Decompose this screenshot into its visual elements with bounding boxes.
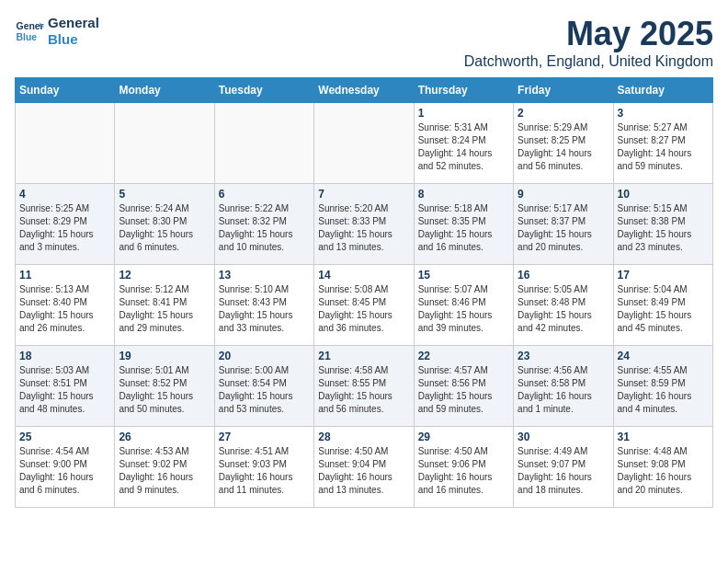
day-number: 7 — [318, 188, 409, 201]
day-number: 30 — [518, 431, 609, 443]
calendar-cell: 17Sunrise: 5:04 AM Sunset: 8:49 PM Dayli… — [613, 265, 712, 346]
calendar-week-row: 18Sunrise: 5:03 AM Sunset: 8:51 PM Dayli… — [16, 346, 713, 427]
day-info: Sunrise: 5:03 AM Sunset: 8:51 PM Dayligh… — [19, 364, 110, 416]
calendar-cell: 11Sunrise: 5:13 AM Sunset: 8:40 PM Dayli… — [16, 265, 115, 346]
calendar-cell: 27Sunrise: 4:51 AM Sunset: 9:03 PM Dayli… — [214, 427, 313, 508]
day-info: Sunrise: 5:12 AM Sunset: 8:41 PM Dayligh… — [119, 283, 210, 335]
day-info: Sunrise: 5:08 AM Sunset: 8:45 PM Dayligh… — [318, 283, 409, 335]
calendar-cell: 19Sunrise: 5:01 AM Sunset: 8:52 PM Dayli… — [115, 346, 214, 427]
calendar-cell: 8Sunrise: 5:18 AM Sunset: 8:35 PM Daylig… — [414, 184, 513, 265]
calendar-cell: 29Sunrise: 4:50 AM Sunset: 9:06 PM Dayli… — [414, 427, 513, 508]
weekday-header: Tuesday — [214, 78, 313, 103]
weekday-header: Wednesday — [314, 78, 414, 103]
day-info: Sunrise: 5:15 AM Sunset: 8:38 PM Dayligh… — [618, 202, 709, 254]
day-number: 18 — [19, 350, 110, 362]
day-info: Sunrise: 5:01 AM Sunset: 8:52 PM Dayligh… — [119, 364, 210, 416]
page-header: General Blue General Blue May 2025 Datch… — [15, 15, 713, 70]
day-info: Sunrise: 5:31 AM Sunset: 8:24 PM Dayligh… — [418, 121, 509, 173]
day-info: Sunrise: 4:55 AM Sunset: 8:59 PM Dayligh… — [618, 364, 709, 416]
calendar-cell: 23Sunrise: 4:56 AM Sunset: 8:58 PM Dayli… — [514, 346, 613, 427]
day-info: Sunrise: 5:24 AM Sunset: 8:30 PM Dayligh… — [119, 202, 210, 254]
calendar-cell — [314, 103, 414, 184]
logo-general: General — [48, 15, 99, 31]
day-info: Sunrise: 4:50 AM Sunset: 9:04 PM Dayligh… — [318, 445, 409, 497]
calendar-cell: 13Sunrise: 5:10 AM Sunset: 8:43 PM Dayli… — [214, 265, 313, 346]
day-info: Sunrise: 4:57 AM Sunset: 8:56 PM Dayligh… — [418, 364, 509, 416]
day-info: Sunrise: 4:51 AM Sunset: 9:03 PM Dayligh… — [219, 445, 310, 497]
day-number: 8 — [418, 188, 509, 201]
calendar-cell: 7Sunrise: 5:20 AM Sunset: 8:33 PM Daylig… — [314, 184, 414, 265]
calendar-cell: 2Sunrise: 5:29 AM Sunset: 8:25 PM Daylig… — [514, 103, 613, 184]
calendar-week-row: 25Sunrise: 4:54 AM Sunset: 9:00 PM Dayli… — [16, 427, 713, 508]
day-number: 15 — [418, 269, 509, 282]
day-number: 10 — [618, 188, 709, 201]
calendar-cell: 20Sunrise: 5:00 AM Sunset: 8:54 PM Dayli… — [214, 346, 313, 427]
calendar-subtitle: Datchworth, England, United Kingdom — [464, 53, 713, 70]
day-number: 22 — [418, 350, 509, 362]
title-block: May 2025 Datchworth, England, United Kin… — [464, 15, 713, 70]
calendar-cell: 21Sunrise: 4:58 AM Sunset: 8:55 PM Dayli… — [314, 346, 414, 427]
day-info: Sunrise: 5:07 AM Sunset: 8:46 PM Dayligh… — [418, 283, 509, 335]
calendar-cell: 24Sunrise: 4:55 AM Sunset: 8:59 PM Dayli… — [613, 346, 712, 427]
day-info: Sunrise: 4:49 AM Sunset: 9:07 PM Dayligh… — [518, 445, 609, 497]
weekday-header: Monday — [115, 78, 214, 103]
day-info: Sunrise: 5:29 AM Sunset: 8:25 PM Dayligh… — [518, 121, 609, 173]
day-info: Sunrise: 5:05 AM Sunset: 8:48 PM Dayligh… — [518, 283, 609, 335]
calendar-cell — [214, 103, 313, 184]
day-info: Sunrise: 5:22 AM Sunset: 8:32 PM Dayligh… — [219, 202, 310, 254]
day-number: 25 — [19, 431, 110, 443]
day-number: 31 — [618, 431, 709, 443]
day-number: 24 — [618, 350, 709, 362]
weekday-header: Saturday — [613, 78, 712, 103]
calendar-cell: 18Sunrise: 5:03 AM Sunset: 8:51 PM Dayli… — [16, 346, 115, 427]
calendar-cell: 3Sunrise: 5:27 AM Sunset: 8:27 PM Daylig… — [613, 103, 712, 184]
calendar-body: 1Sunrise: 5:31 AM Sunset: 8:24 PM Daylig… — [16, 103, 713, 508]
day-info: Sunrise: 5:27 AM Sunset: 8:27 PM Dayligh… — [618, 121, 709, 173]
day-number: 20 — [219, 350, 310, 362]
calendar-week-row: 1Sunrise: 5:31 AM Sunset: 8:24 PM Daylig… — [16, 103, 713, 184]
day-info: Sunrise: 4:53 AM Sunset: 9:02 PM Dayligh… — [119, 445, 210, 497]
day-number: 4 — [19, 188, 110, 201]
day-info: Sunrise: 5:00 AM Sunset: 8:54 PM Dayligh… — [219, 364, 310, 416]
day-info: Sunrise: 4:56 AM Sunset: 8:58 PM Dayligh… — [518, 364, 609, 416]
calendar-cell: 1Sunrise: 5:31 AM Sunset: 8:24 PM Daylig… — [414, 103, 513, 184]
calendar-cell: 26Sunrise: 4:53 AM Sunset: 9:02 PM Dayli… — [115, 427, 214, 508]
calendar-cell: 10Sunrise: 5:15 AM Sunset: 8:38 PM Dayli… — [613, 184, 712, 265]
calendar-week-row: 4Sunrise: 5:25 AM Sunset: 8:29 PM Daylig… — [16, 184, 713, 265]
weekday-header: Thursday — [414, 78, 513, 103]
day-info: Sunrise: 5:18 AM Sunset: 8:35 PM Dayligh… — [418, 202, 509, 254]
day-number: 19 — [119, 350, 210, 362]
calendar-cell: 30Sunrise: 4:49 AM Sunset: 9:07 PM Dayli… — [514, 427, 613, 508]
calendar-table: SundayMondayTuesdayWednesdayThursdayFrid… — [15, 77, 713, 508]
day-number: 27 — [219, 431, 310, 443]
day-number: 6 — [219, 188, 310, 201]
calendar-title: May 2025 — [464, 15, 713, 53]
day-number: 21 — [318, 350, 409, 362]
day-number: 9 — [518, 188, 609, 201]
logo-blue: Blue — [48, 31, 99, 48]
day-number: 5 — [119, 188, 210, 201]
weekday-header: Friday — [514, 78, 613, 103]
day-info: Sunrise: 4:50 AM Sunset: 9:06 PM Dayligh… — [418, 445, 509, 497]
weekday-row: SundayMondayTuesdayWednesdayThursdayFrid… — [16, 78, 713, 103]
day-number: 2 — [518, 107, 609, 120]
calendar-cell — [115, 103, 214, 184]
day-info: Sunrise: 5:17 AM Sunset: 8:37 PM Dayligh… — [518, 202, 609, 254]
logo-icon: General Blue — [15, 17, 44, 46]
day-number: 3 — [618, 107, 709, 120]
day-number: 11 — [19, 269, 110, 282]
day-number: 1 — [418, 107, 509, 120]
day-number: 28 — [318, 431, 409, 443]
calendar-cell: 9Sunrise: 5:17 AM Sunset: 8:37 PM Daylig… — [514, 184, 613, 265]
calendar-cell: 5Sunrise: 5:24 AM Sunset: 8:30 PM Daylig… — [115, 184, 214, 265]
calendar-cell: 6Sunrise: 5:22 AM Sunset: 8:32 PM Daylig… — [214, 184, 313, 265]
day-info: Sunrise: 4:48 AM Sunset: 9:08 PM Dayligh… — [618, 445, 709, 497]
day-info: Sunrise: 4:54 AM Sunset: 9:00 PM Dayligh… — [19, 445, 110, 497]
calendar-cell: 12Sunrise: 5:12 AM Sunset: 8:41 PM Dayli… — [115, 265, 214, 346]
day-info: Sunrise: 5:13 AM Sunset: 8:40 PM Dayligh… — [19, 283, 110, 335]
calendar-cell: 31Sunrise: 4:48 AM Sunset: 9:08 PM Dayli… — [613, 427, 712, 508]
day-number: 23 — [518, 350, 609, 362]
calendar-cell — [16, 103, 115, 184]
day-number: 13 — [219, 269, 310, 282]
day-number: 29 — [418, 431, 509, 443]
